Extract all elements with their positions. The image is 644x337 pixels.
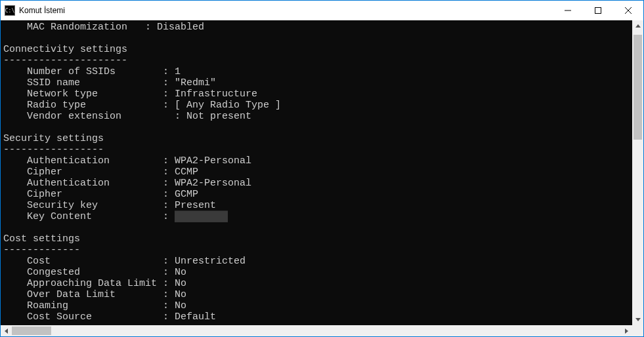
scroll-thumb-horizontal[interactable] bbox=[12, 327, 51, 335]
scroll-right-button[interactable] bbox=[621, 325, 632, 336]
svg-rect-1 bbox=[595, 8, 601, 14]
vertical-scrollbar[interactable] bbox=[632, 20, 643, 325]
scroll-up-button[interactable] bbox=[632, 20, 643, 31]
scroll-track-horizontal[interactable] bbox=[12, 325, 621, 336]
scroll-track-vertical[interactable] bbox=[632, 31, 643, 314]
window-titlebar[interactable]: C:\ Komut İstemi bbox=[1, 1, 643, 20]
app-icon: C:\ bbox=[5, 5, 15, 16]
scroll-thumb-vertical[interactable] bbox=[633, 35, 642, 140]
window-title: Komut İstemi bbox=[19, 6, 65, 15]
scrollbar-corner bbox=[632, 325, 643, 336]
close-button[interactable] bbox=[613, 1, 643, 20]
scroll-down-button[interactable] bbox=[632, 314, 643, 325]
maximize-button[interactable] bbox=[583, 1, 613, 20]
minimize-button[interactable] bbox=[553, 1, 583, 20]
scroll-left-button[interactable] bbox=[1, 325, 12, 336]
terminal-output[interactable]: MAC Randomization : Disabled Connectivit… bbox=[1, 20, 632, 325]
horizontal-scrollbar[interactable] bbox=[1, 325, 643, 336]
